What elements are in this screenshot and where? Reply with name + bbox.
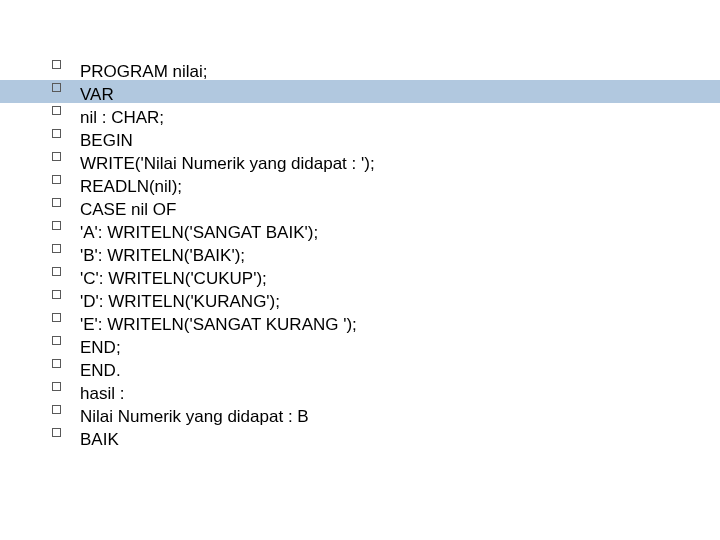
square-bullet-icon — [48, 175, 80, 184]
list-item: 'D': WRITELN('KURANG'); — [48, 290, 720, 313]
code-line: CASE nil OF — [80, 198, 176, 221]
code-line: 'D': WRITELN('KURANG'); — [80, 290, 280, 313]
code-line: END. — [80, 359, 121, 382]
square-bullet-icon — [48, 290, 80, 299]
square-bullet-icon — [48, 359, 80, 368]
square-bullet-icon — [48, 405, 80, 414]
code-line: READLN(nil); — [80, 175, 182, 198]
square-bullet-icon — [48, 428, 80, 437]
square-bullet-icon — [48, 336, 80, 345]
square-bullet-icon — [48, 382, 80, 391]
code-line: BAIK — [80, 428, 119, 451]
slide: PROGRAM nilai; VAR nil : CHAR; BEGIN WRI… — [0, 0, 720, 540]
list-item: CASE nil OF — [48, 198, 720, 221]
square-bullet-icon — [48, 198, 80, 207]
code-line: nil : CHAR; — [80, 106, 164, 129]
list-item: 'E': WRITELN('SANGAT KURANG '); — [48, 313, 720, 336]
square-bullet-icon — [48, 267, 80, 276]
square-bullet-icon — [48, 152, 80, 161]
code-line: WRITE('Nilai Numerik yang didapat : '); — [80, 152, 375, 175]
code-line: END; — [80, 336, 121, 359]
code-line: PROGRAM nilai; — [80, 60, 208, 83]
code-line: 'A': WRITELN('SANGAT BAIK'); — [80, 221, 318, 244]
list-item: WRITE('Nilai Numerik yang didapat : '); — [48, 152, 720, 175]
list-item: 'C': WRITELN('CUKUP'); — [48, 267, 720, 290]
list-item: VAR — [48, 83, 720, 106]
square-bullet-icon — [48, 313, 80, 322]
list-item: hasil : — [48, 382, 720, 405]
list-item: BEGIN — [48, 129, 720, 152]
list-item: PROGRAM nilai; — [48, 60, 720, 83]
code-line: Nilai Numerik yang didapat : B — [80, 405, 309, 428]
list-item: END; — [48, 336, 720, 359]
square-bullet-icon — [48, 60, 80, 69]
code-line: 'B': WRITELN('BAIK'); — [80, 244, 245, 267]
square-bullet-icon — [48, 221, 80, 230]
code-line: 'E': WRITELN('SANGAT KURANG '); — [80, 313, 357, 336]
code-list: PROGRAM nilai; VAR nil : CHAR; BEGIN WRI… — [48, 60, 720, 451]
square-bullet-icon — [48, 129, 80, 138]
list-item: 'B': WRITELN('BAIK'); — [48, 244, 720, 267]
list-item: 'A': WRITELN('SANGAT BAIK'); — [48, 221, 720, 244]
list-item: BAIK — [48, 428, 720, 451]
code-line: hasil : — [80, 382, 124, 405]
list-item: Nilai Numerik yang didapat : B — [48, 405, 720, 428]
list-item: END. — [48, 359, 720, 382]
code-line: 'C': WRITELN('CUKUP'); — [80, 267, 267, 290]
square-bullet-icon — [48, 83, 80, 92]
square-bullet-icon — [48, 244, 80, 253]
list-item: nil : CHAR; — [48, 106, 720, 129]
list-item: READLN(nil); — [48, 175, 720, 198]
code-line: VAR — [80, 83, 114, 106]
square-bullet-icon — [48, 106, 80, 115]
code-line: BEGIN — [80, 129, 133, 152]
